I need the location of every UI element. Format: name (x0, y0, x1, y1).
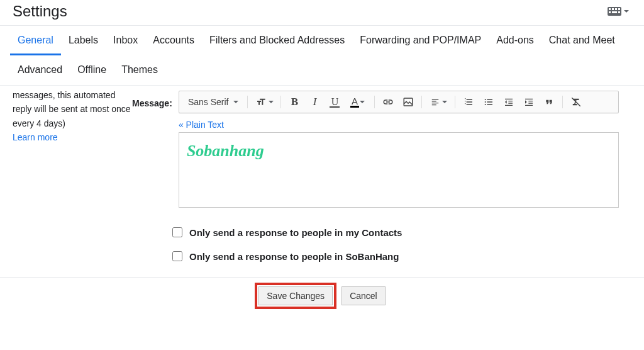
separator (374, 96, 375, 108)
tab-themes[interactable]: Themes (114, 55, 165, 85)
settings-tabs: General Labels Inbox Accounts Filters an… (0, 26, 644, 86)
chevron-down-icon (442, 101, 447, 103)
input-tools-button[interactable] (605, 6, 631, 17)
link-icon (382, 96, 394, 108)
learn-more-link[interactable]: Learn more (13, 132, 58, 142)
indent-less-icon (503, 97, 514, 107)
align-button[interactable] (426, 94, 451, 110)
indent-more-icon (523, 97, 535, 107)
editor-toolbar: Sans Serif B I U A (179, 91, 619, 113)
domain-only-checkbox[interactable] (172, 251, 182, 261)
separator (562, 96, 563, 108)
footer-actions: Save Changes Cancel (0, 277, 644, 314)
svg-point-1 (485, 99, 486, 100)
chevron-down-icon (269, 101, 274, 103)
signature-text: Sobanhang (187, 142, 264, 160)
image-icon (402, 96, 414, 108)
tab-chat[interactable]: Chat and Meet (541, 26, 623, 55)
tab-accounts[interactable]: Accounts (145, 26, 202, 55)
color-indicator (350, 106, 359, 108)
image-button[interactable] (399, 94, 418, 110)
tab-filters[interactable]: Filters and Blocked Addresses (202, 26, 352, 55)
indent-more-button[interactable] (519, 94, 538, 110)
tab-addons[interactable]: Add-ons (489, 26, 541, 55)
contacts-only-checkbox[interactable] (172, 227, 182, 237)
font-family-label: Sans Serif (188, 97, 229, 107)
plain-text-link[interactable]: « Plain Text (179, 120, 224, 130)
numbered-list-button[interactable] (459, 94, 478, 110)
contacts-only-label[interactable]: Only send a response to people in my Con… (189, 227, 402, 238)
align-left-icon (430, 98, 440, 106)
separator (247, 96, 248, 108)
quote-button[interactable] (540, 94, 558, 110)
font-size-button[interactable] (252, 94, 277, 110)
separator (421, 96, 422, 108)
chevron-down-icon (233, 101, 238, 103)
tab-inbox[interactable]: Inbox (106, 26, 145, 55)
chevron-down-icon (360, 101, 365, 103)
font-size-icon (255, 97, 267, 107)
font-family-button[interactable]: Sans Serif (183, 94, 244, 110)
tab-offline[interactable]: Offline (70, 55, 114, 85)
tab-general[interactable]: General (10, 26, 61, 55)
indent-less-button[interactable] (499, 94, 518, 110)
bulleted-list-button[interactable] (479, 94, 498, 110)
link-button[interactable] (379, 94, 397, 110)
separator (455, 96, 455, 108)
tab-advanced[interactable]: Advanced (10, 55, 70, 85)
remove-formatting-button[interactable] (567, 94, 586, 110)
remove-format-icon (570, 96, 582, 108)
italic-button[interactable]: I (305, 94, 324, 110)
chevron-down-icon (624, 10, 629, 13)
page-title: Settings (13, 3, 67, 20)
tab-labels[interactable]: Labels (61, 26, 106, 55)
vacation-description: messages, this automated reply will be s… (13, 90, 131, 128)
domain-only-label[interactable]: Only send a response to people in SoBanH… (189, 251, 399, 262)
svg-point-3 (485, 104, 486, 105)
message-label: Message: (132, 91, 176, 108)
quote-icon (543, 97, 555, 107)
numbered-list-icon (463, 97, 474, 107)
bold-button[interactable]: B (285, 94, 304, 110)
bulleted-list-icon (483, 97, 494, 107)
separator (280, 96, 281, 108)
tab-forwarding[interactable]: Forwarding and POP/IMAP (352, 26, 489, 55)
save-button[interactable]: Save Changes (258, 286, 333, 305)
underline-button[interactable]: U (325, 94, 344, 110)
text-color-button[interactable]: A (345, 94, 370, 110)
keyboard-icon (608, 7, 621, 16)
svg-point-2 (485, 101, 486, 103)
message-editor[interactable]: Sobanhang (179, 132, 619, 208)
cancel-button[interactable]: Cancel (341, 286, 386, 305)
